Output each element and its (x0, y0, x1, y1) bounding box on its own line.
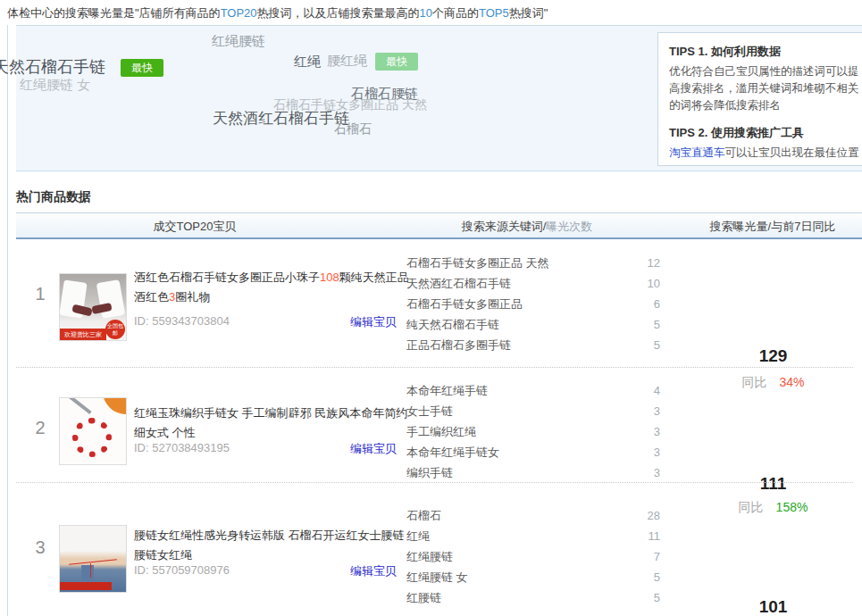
product-image[interactable] (59, 525, 127, 593)
col-header-exposure: 搜索曝光量/与前7日同比 (674, 213, 862, 240)
keyword-list: 本命年红绳手链4 女士手链3 手工编织红绳3 本命年红绳手链女3 编织手链3 (406, 380, 660, 483)
product-id: ID: 557059708976 (134, 563, 230, 577)
keyword-term: 红绳腰链 女 (406, 570, 468, 584)
keyword-count: 5 (654, 335, 660, 355)
keyword-count: 11 (649, 526, 661, 546)
intro-text: 体检中心的搜索曝光量是"店铺所有商品的TOP20热搜词，以及店铺搜索量最高的10… (7, 5, 548, 21)
keyword-term: 红绳腰链 (406, 550, 453, 563)
exposure-value: 129 (682, 346, 862, 366)
tips1-body: 优化符合自己宝贝属性的描述词可以提高搜索排名，滥用关键词和堆砌不相关的词将会降低… (669, 63, 859, 114)
col-header-keywords-main: 搜索来源关键词/ (462, 220, 547, 233)
keyword-row: 红绳腰链 女5 (406, 567, 660, 587)
image-badge-strip: 欢迎货比三家 (60, 329, 106, 340)
product-title[interactable]: 腰链女红绳性感光身转运韩版 石榴石开运红女士腰链 腰链女红绳 (134, 526, 409, 565)
keyword-count: 3 (654, 462, 660, 483)
fastest-badge: 最快 (375, 53, 418, 71)
cloud-word[interactable]: 红绳 (294, 54, 321, 71)
keyword-row: 红绳腰链7 (406, 546, 660, 567)
keyword-term: 天然酒红石榴石手链 (406, 277, 511, 290)
rank-number: 2 (25, 418, 55, 438)
product-title[interactable]: 红绳玉珠编织手链女 手工编制辟邪 民族风本命年简约细女式 个性 (134, 404, 409, 443)
keyword-term: 红腰链 (406, 591, 441, 604)
product-title[interactable]: 酒红色石榴石手链女多圈正品小珠子108颗纯天然正品酒红色3圈礼物 (134, 268, 409, 307)
cloud-word[interactable]: 石榴石 (334, 121, 372, 137)
cloud-word[interactable]: 红绳腰链 女 (20, 77, 90, 94)
cloud-word[interactable]: 红绳腰链 (212, 33, 265, 50)
keyword-row: 石榴石28 (406, 505, 660, 526)
keyword-count: 12 (648, 253, 660, 273)
intro-ten-highlight: 10 (420, 6, 432, 20)
title-text: 腰链女红绳性感光身转运韩版 石榴石开运红女士腰链 腰链女红绳 (134, 529, 405, 562)
exposure-value: 101 (682, 597, 862, 616)
image-badge-strip (60, 582, 112, 590)
keyword-list: 石榴石28 红绳11 红绳腰链7 红绳腰链 女5 红腰链5 (406, 505, 660, 608)
intro-part2: 热搜词，以及店铺搜索量最高的 (257, 6, 420, 20)
keyword-term: 本命年红绳手链 (406, 384, 488, 397)
keyword-term: 石榴石手链女多圈正品 (406, 297, 523, 311)
keyword-term: 编织手链 (406, 466, 453, 479)
product-image[interactable]: 欢迎货比三家 全国包邮 (59, 273, 127, 341)
title-text: 酒红色石榴石手链女多圈正品小珠子 (134, 271, 320, 284)
keyword-row: 正品石榴石多圈手链5 (406, 335, 660, 355)
product-meta: ID: 527038493195 编辑宝贝 (134, 441, 409, 454)
keyword-row: 红绳11 (406, 526, 660, 546)
keyword-term: 正品石榴石多圈手链 (406, 338, 511, 352)
col-header-products: 成交TOP20宝贝 (92, 213, 297, 240)
keyword-term: 纯天然石榴石手链 (406, 318, 499, 331)
tips2-title: TIPS 2. 使用搜索推广工具 (669, 125, 859, 141)
keyword-row: 本命年红绳手链4 (406, 380, 660, 401)
image-badge-round: 全国包邮 (105, 320, 125, 339)
cloud-word[interactable]: 腰红绳 (327, 53, 367, 70)
keyword-row: 纯天然石榴石手链5 (406, 314, 660, 335)
fastest-badge: 最快 (121, 59, 163, 77)
tips2-rest: 可以让宝贝出现在最佳位置 (725, 146, 859, 159)
keyword-row: 编织手链3 (406, 462, 660, 483)
waist-string-art (90, 563, 91, 578)
cloud-word[interactable]: 天然酒红石榴石手链 (213, 108, 349, 129)
keyword-list: 石榴石手链女多圈正品 天然12 天然酒红石榴石手链10 石榴石手链女多圈正品6 … (406, 253, 660, 355)
edit-item-link[interactable]: 编辑宝贝 (350, 314, 397, 330)
keyword-row: 天然酒红石榴石手链10 (406, 273, 660, 294)
tips1-title: TIPS 1. 如何利用数据 (669, 44, 859, 60)
keyword-count: 10 (648, 273, 660, 294)
keyword-term: 石榴石手链女多圈正品 天然 (406, 256, 549, 270)
keyword-count: 4 (654, 380, 660, 401)
keyword-count: 3 (654, 442, 660, 462)
table-row: 2 红绳玉珠编织手链女 手工编制辟邪 民族风本命年简约细女式 个性 ID: 52… (16, 368, 862, 483)
keyword-term: 女士手链 (406, 404, 453, 418)
product-id: ID: 527038493195 (134, 441, 230, 454)
product-image[interactable] (59, 397, 127, 465)
title-text: 红绳玉珠编织手链女 手工编制辟邪 民族风本命年简约细女式 个性 (134, 406, 407, 439)
keyword-row: 红腰链5 (406, 587, 660, 608)
keyword-count: 5 (654, 587, 660, 608)
keyword-count: 5 (654, 567, 660, 587)
col-header-keywords-sub: 曝光次数 (546, 220, 592, 233)
ztc-link[interactable]: 淘宝直通车 (669, 146, 725, 159)
keyword-count: 28 (648, 505, 660, 526)
product-meta: ID: 559343703804 编辑宝贝 (134, 314, 409, 328)
keyword-term: 石榴石 (406, 509, 441, 522)
keyword-row: 石榴石手链女多圈正品6 (406, 294, 660, 314)
edit-item-link[interactable]: 编辑宝贝 (350, 563, 397, 579)
product-art (81, 565, 94, 581)
keyword-row: 本命年红绳手链女3 (406, 442, 660, 462)
intro-part4: 热搜词" (509, 6, 548, 20)
keyword-row: 女士手链3 (406, 401, 660, 421)
keyword-term: 手工编织红绳 (406, 425, 476, 438)
table-row: 3 腰链女红绳性感光身转运韩版 石榴石开运红女士腰链 腰链女红绳 ID: 557… (16, 483, 862, 616)
intro-part3: 个商品的 (432, 6, 479, 20)
intro-top5-highlight: TOP5 (479, 6, 509, 20)
table-header: 成交TOP20宝贝 搜索来源关键词/曝光次数 搜索曝光量/与前7日同比 (16, 212, 862, 239)
left-border-rail (7, 25, 8, 616)
tips-box: TIPS 1. 如何利用数据 优化符合自己宝贝属性的描述词可以提高搜索排名，滥用… (657, 32, 862, 166)
edit-item-link[interactable]: 编辑宝贝 (350, 441, 397, 457)
rank-number: 3 (25, 537, 55, 558)
keyword-count: 7 (654, 546, 660, 567)
cloud-word[interactable]: 天然石榴石手链 (0, 56, 105, 78)
title-text: 圈礼物 (175, 290, 210, 304)
keyword-term: 红绳 (406, 529, 430, 543)
intro-part1: 体检中心的搜索曝光量是"店铺所有商品的 (7, 6, 221, 20)
table-row: 1 欢迎货比三家 全国包邮 酒红色石榴石手链女多圈正品小珠子108颗纯天然正品酒… (16, 239, 862, 368)
keyword-row: 石榴石手链女多圈正品 天然12 (406, 253, 660, 273)
section-title: 热门商品数据 (16, 189, 91, 205)
